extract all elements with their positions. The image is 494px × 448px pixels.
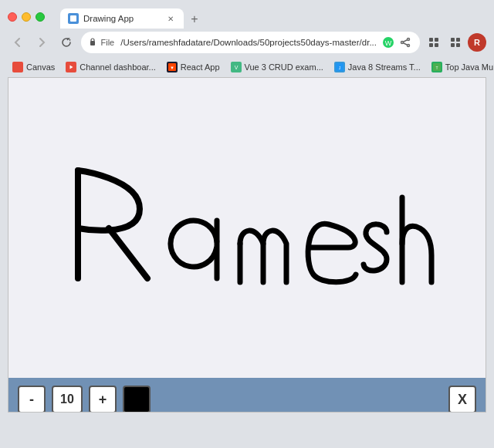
svg-rect-15 (451, 43, 455, 47)
tab-favicon (68, 13, 79, 24)
svg-text:W: W (385, 39, 392, 47)
bookmark-java2[interactable]: T Top Java Multithr... (427, 60, 494, 74)
youtube-bookmark-icon (66, 62, 76, 72)
svg-point-6 (407, 45, 409, 47)
java2-bookmark-icon: T (431, 62, 442, 72)
nav-bar: File /Users/rameshfadatare/Downloads/50p… (0, 28, 494, 57)
svg-rect-16 (456, 43, 460, 47)
traffic-lights (8, 12, 45, 22)
close-button[interactable] (8, 12, 17, 22)
svg-rect-9 (429, 38, 433, 42)
bookmark-canvas[interactable]: Canvas (8, 60, 59, 74)
user-avatar[interactable]: R (468, 33, 486, 52)
bookmark-java[interactable]: J Java 8 Streams T... (330, 60, 425, 74)
title-bar: Drawing App ✕ + (0, 0, 494, 28)
svg-rect-14 (456, 38, 460, 42)
toolbar: - 10 + X (8, 378, 486, 413)
svg-rect-11 (429, 43, 433, 47)
protocol-label: File (101, 38, 115, 47)
bookmark-channel[interactable]: Channel dashboar... (61, 60, 160, 74)
nav-right: R (425, 33, 486, 52)
menu-button[interactable] (446, 33, 465, 52)
address-bar[interactable]: File /Users/rameshfadatare/Downloads/50p… (81, 32, 420, 53)
tab-close-button[interactable]: ✕ (165, 13, 176, 24)
svg-rect-1 (90, 41, 95, 45)
active-tab[interactable]: Drawing App ✕ (60, 8, 184, 29)
address-icons: W (381, 35, 412, 49)
decrease-size-button[interactable]: - (18, 386, 46, 413)
java2-bookmark-label: Top Java Multithr... (445, 62, 494, 72)
whatsapp-icon[interactable]: W (381, 35, 395, 49)
back-button[interactable] (8, 32, 28, 52)
bookmark-vue[interactable]: V Vue 3 CRUD exam... (226, 60, 328, 74)
main-content: - 10 + X (8, 77, 486, 413)
color-picker[interactable] (123, 386, 151, 413)
svg-line-8 (403, 43, 407, 45)
canvas-bookmark-icon (12, 62, 23, 72)
svg-line-7 (403, 40, 407, 42)
clear-button[interactable]: X (448, 386, 476, 413)
vue-bookmark-icon: V (231, 62, 242, 72)
java-bookmark-icon: J (334, 62, 345, 72)
extensions-button[interactable] (425, 33, 443, 52)
svg-point-4 (407, 39, 409, 41)
svg-rect-12 (435, 43, 438, 47)
java-bookmark-label: Java 8 Streams T... (348, 62, 421, 72)
tab-title: Drawing App (83, 14, 161, 23)
bookmarks-bar: Canvas Channel dashboar... ▼ React App V… (0, 57, 494, 77)
maximize-button[interactable] (36, 12, 45, 22)
size-display: 10 (52, 386, 83, 413)
increase-size-button[interactable]: + (89, 386, 117, 413)
canvas-bookmark-label: Canvas (26, 62, 55, 72)
tab-bar: Drawing App ✕ + (52, 5, 211, 29)
drawing-canvas[interactable] (8, 78, 486, 378)
svg-text:▼: ▼ (170, 66, 174, 70)
refresh-button[interactable] (56, 32, 76, 52)
lock-icon (89, 37, 96, 48)
svg-text:V: V (234, 65, 238, 70)
address-text: /Users/rameshfadatare/Downloads/50projec… (120, 38, 377, 47)
channel-bookmark-label: Channel dashboar... (80, 62, 155, 72)
svg-text:T: T (435, 66, 438, 70)
react-bookmark-icon: ▼ (167, 62, 178, 72)
share-icon[interactable] (398, 35, 412, 49)
svg-rect-0 (70, 15, 76, 22)
browser-chrome: Drawing App ✕ + F (0, 0, 494, 77)
svg-point-5 (401, 42, 403, 44)
new-tab-button[interactable]: + (185, 10, 204, 29)
canvas-area[interactable] (8, 78, 486, 378)
forward-button[interactable] (32, 32, 52, 52)
vue-bookmark-label: Vue 3 CRUD exam... (245, 62, 323, 72)
minimize-button[interactable] (22, 12, 31, 22)
svg-rect-10 (435, 38, 438, 42)
svg-rect-13 (451, 38, 455, 42)
bookmark-react[interactable]: ▼ React App (162, 60, 225, 74)
react-bookmark-label: React App (181, 62, 220, 72)
